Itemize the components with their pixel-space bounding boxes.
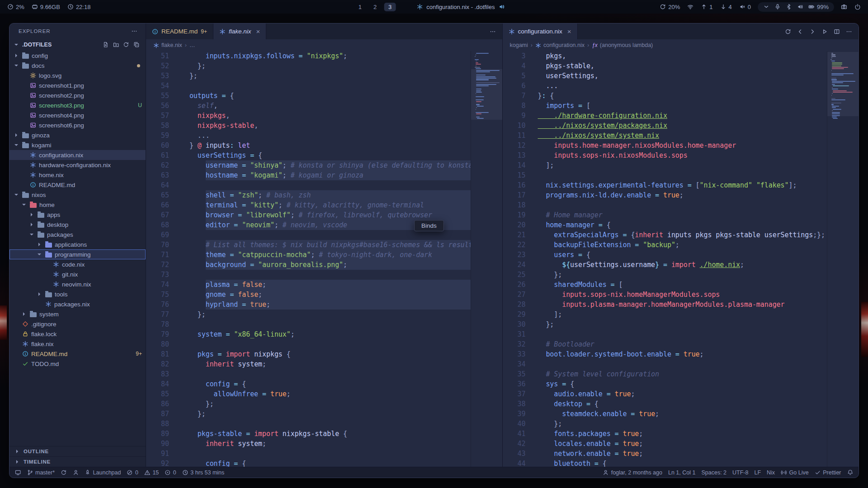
file-item-neovim.nix[interactable]: neovim.nix [9,279,146,289]
file-item-flake.nix[interactable]: flake.nix [9,339,146,349]
battery-indicator[interactable]: 99% [808,4,829,10]
ports-status[interactable]: 0 [165,469,176,476]
accounts-status[interactable] [73,469,79,476]
brightness-indicator[interactable]: 20% [660,4,680,10]
sync-status[interactable] [61,469,67,476]
code-line-43[interactable]: 43 network.enable = true; [503,449,827,459]
screenshot-button[interactable] [841,4,847,10]
code-line-39[interactable]: 39 steamdeck.enable = true; [503,409,827,419]
file-item-code.nix[interactable]: code.nix [9,259,146,269]
file-item-README.md[interactable]: README.md9+ [9,349,146,359]
code-line-53[interactable]: 53 }; [146,71,471,81]
sync-icon[interactable] [785,28,791,35]
code-line-59[interactable]: 59 ... [146,131,471,141]
code-line-37[interactable]: 37 audio.enable = true; [503,389,827,399]
workspace-section-header[interactable]: .DOTFILES [9,39,146,50]
code-line-63[interactable]: 63 hostname = "kogami"; # kogami or gino… [146,170,471,180]
indentation-status[interactable]: Spaces: 2 [701,469,726,476]
code-line-25[interactable]: 25 }; [503,270,827,280]
file-item-logo.svg[interactable]: logo.svg [9,70,146,80]
power-button[interactable] [854,4,861,10]
code-line-51[interactable]: 51 inputs.nixpkgs.follows = "nixpkgs"; [146,51,471,61]
folder-item-tools[interactable]: tools [9,289,146,299]
go-live-status[interactable]: Go Live [781,469,809,476]
memory-indicator[interactable]: 9.66GB [32,4,60,10]
remote-indicator[interactable] [15,469,21,476]
folder-item-desktop[interactable]: desktop [9,220,146,230]
folder-item-nixos[interactable]: nixos [9,190,146,200]
net-up-indicator[interactable]: 1 [701,4,712,10]
clock-indicator[interactable]: 22:18 [67,4,91,10]
code-line-3[interactable]: 3 pkgs, [503,51,827,61]
workspace-3[interactable]: 3 [384,3,396,11]
file-item-screenshot1.png[interactable]: screenshot1.png [9,80,146,90]
cursor-position[interactable]: Ln 1, Col 1 [668,469,695,476]
right-code[interactable]: 3 pkgs,4 pkgs-stable,5 userSettings,6 ..… [503,51,827,467]
folder-item-system[interactable]: system [9,309,146,319]
code-line-52[interactable]: 52 }; [146,61,471,71]
code-line-85[interactable]: 85 allowUnfree = true; [146,389,471,399]
workspace-1[interactable]: 1 [354,3,366,11]
collapse-all-icon[interactable] [133,42,140,48]
tab-configuration.nix[interactable]: configuration.nix× [503,23,578,39]
code-line-56[interactable]: 56 self, [146,101,471,111]
code-line-87[interactable]: 87 }; [146,409,471,419]
code-line-89[interactable]: 89 pkgs-stable = import nixpkgs-stable { [146,429,471,439]
code-line-72[interactable]: 72 background = "aurora_borealis.png"; [146,260,471,270]
code-line-64[interactable]: 64 [146,180,471,190]
code-line-30[interactable]: 30 }; [503,319,827,329]
bluetooth-indicator[interactable] [786,4,792,10]
system-tray[interactable]: 99% [758,2,834,12]
eol-status[interactable]: LF [754,469,761,476]
blame-status[interactable]: foglar, 2 months ago [603,469,662,476]
tab-flake.nix[interactable]: flake.nix× [213,23,266,39]
left-minimap[interactable] [471,51,502,467]
close-icon[interactable]: × [256,28,260,35]
code-line-80[interactable]: 80 [146,339,471,349]
code-line-83[interactable]: 83 [146,369,471,379]
code-line-22[interactable]: 22 backupFileExtension = "backup"; [503,240,827,250]
back-icon[interactable] [797,28,803,35]
folder-item-home[interactable]: home [9,200,146,210]
breadcrumb-item[interactable]: configuration.nix [535,42,585,48]
language-mode[interactable]: Nix [767,469,775,476]
code-line-10[interactable]: 10 ../nixos/system/packages.nix [503,121,827,131]
code-line-88[interactable]: 88 [146,419,471,429]
encoding-status[interactable]: UTF-8 [732,469,748,476]
timeline-section[interactable]: TIMELINE [9,456,146,467]
file-item-home.nix[interactable]: home.nix [9,170,146,180]
code-line-34[interactable]: 34 [503,359,827,369]
code-line-33[interactable]: 33 boot.loader.systemd-boot.enable = tru… [503,349,827,359]
code-line-9[interactable]: 9 ./hardware-configuration.nix [503,111,827,121]
code-line-15[interactable]: 15 [503,170,827,180]
code-line-8[interactable]: 8 imports = [ [503,101,827,111]
mic-indicator[interactable] [774,4,781,10]
code-line-21[interactable]: 21 extraSpecialArgs = {inherit inputs pk… [503,230,827,240]
breadcrumb-item[interactable]: … [189,42,195,48]
file-item-screenshot6.png[interactable]: screenshot6.png [9,120,146,130]
code-line-4[interactable]: 4 pkgs-stable, [503,61,827,71]
code-line-54[interactable]: 54 [146,81,471,91]
file-item-.gitignore[interactable]: .gitignore [9,319,146,329]
minimap-slider[interactable] [827,52,859,116]
warnings-status[interactable]: 15 [144,469,159,476]
code-line-18[interactable]: 18 [503,200,827,210]
code-line-91[interactable]: 91 [146,449,471,459]
more-icon[interactable] [846,28,852,35]
code-line-58[interactable]: 58 nixpkgs-stable, [146,121,471,131]
code-line-71[interactable]: 71 theme = "catppuccin-mocha"; # tokyo-n… [146,250,471,260]
code-line-82[interactable]: 82 inherit system; [146,359,471,369]
code-line-60[interactable]: 60 } @ inputs: let [146,141,471,150]
code-line-24[interactable]: 24 ${userSettings.username} = import ./h… [503,260,827,270]
code-line-62[interactable]: 62 username = "shinya"; # konsta or shin… [146,160,471,170]
code-line-7[interactable]: 7}: { [503,91,827,101]
code-line-20[interactable]: 20 home-manager = { [503,220,827,230]
mute-indicator[interactable]: 0 [739,4,751,10]
tab-README.md[interactable]: README.md9+ [146,23,213,39]
code-line-40[interactable]: 40 }; [503,419,827,429]
code-line-11[interactable]: 11 ../nixos/system/system.nix [503,131,827,141]
code-line-14[interactable]: 14 ]; [503,160,827,170]
code-line-35[interactable]: 35 # System level configuration [503,369,827,379]
folder-item-apps[interactable]: apps [9,210,146,220]
close-icon[interactable]: × [567,28,571,35]
